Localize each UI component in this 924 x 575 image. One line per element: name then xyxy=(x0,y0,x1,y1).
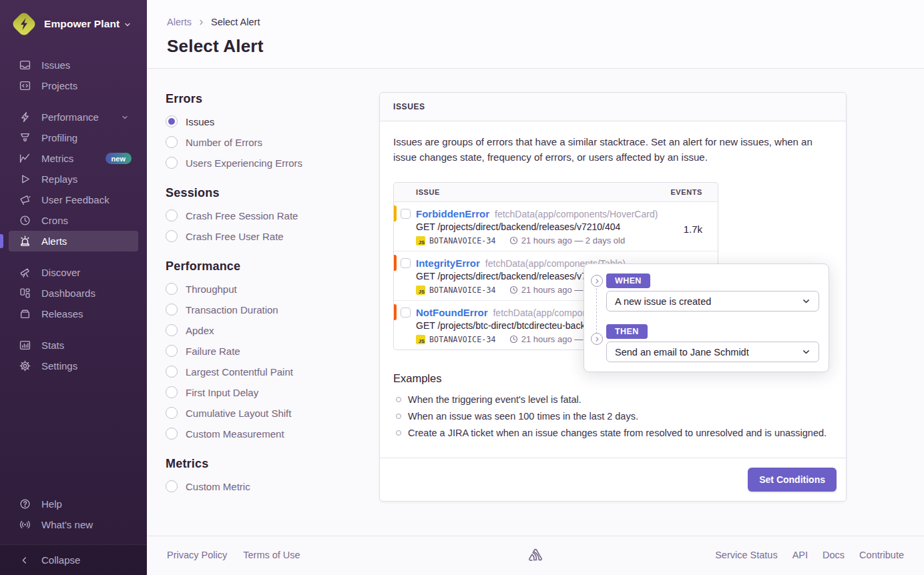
sidebar-item-label: Stats xyxy=(41,340,64,351)
radio-apdex[interactable]: Apdex xyxy=(166,324,379,336)
row-checkbox[interactable] xyxy=(401,209,411,219)
breadcrumb: Alerts Select Alert xyxy=(167,17,904,27)
radio-button[interactable] xyxy=(166,480,178,492)
radio-button[interactable] xyxy=(166,136,178,148)
sidebar-item-dashboards[interactable]: Dashboards xyxy=(9,283,138,304)
contribute-link[interactable]: Contribute xyxy=(859,550,904,560)
chevron-left-icon xyxy=(19,554,31,566)
example-item: When the triggering event's level is fat… xyxy=(393,394,833,405)
sidebar-item-discover[interactable]: Discover xyxy=(9,262,138,283)
page-title: Select Alert xyxy=(167,36,904,57)
radio-cumulative-layout-shift[interactable]: Cumulative Layout Shift xyxy=(166,407,379,419)
radio-failure-rate[interactable]: Failure Rate xyxy=(166,345,379,357)
whats-new-icon xyxy=(19,519,31,531)
radio-largest-contentful-paint[interactable]: Largest Contentful Paint xyxy=(166,366,379,378)
step-chevron-icon xyxy=(591,275,603,287)
replays-icon xyxy=(19,173,31,185)
issue-title-link[interactable]: IntegrityError xyxy=(416,257,480,269)
sidebar-item-label: Metrics xyxy=(41,153,73,164)
step-connector xyxy=(596,288,597,334)
sidebar-item-settings[interactable]: Settings xyxy=(9,356,138,376)
radio-button[interactable] xyxy=(166,345,178,357)
sidebar-item-crons[interactable]: Crons xyxy=(9,210,138,231)
sidebar-item-label: Issues xyxy=(41,59,70,71)
table-row: ForbiddenError fetchData(app/components/… xyxy=(394,202,718,251)
radio-button[interactable] xyxy=(166,407,178,419)
radio-users-experiencing-errors[interactable]: Users Experiencing Errors xyxy=(166,157,379,169)
radio-custom-metric[interactable]: Custom Metric xyxy=(166,480,379,492)
service-status-link[interactable]: Service Status xyxy=(715,550,778,560)
chevron-down-icon xyxy=(802,348,811,356)
radio-number-of-errors[interactable]: Number of Errors xyxy=(166,136,379,148)
sidebar-item-label: Crons xyxy=(41,215,68,226)
javascript-platform-icon: JS xyxy=(416,335,425,344)
sidebar-item-alerts[interactable]: Alerts xyxy=(9,231,138,251)
issue-title-link[interactable]: ForbiddenError xyxy=(416,208,489,219)
sidebar-item-stats[interactable]: Stats xyxy=(9,335,138,356)
sidebar-item-performance[interactable]: Performance xyxy=(9,107,138,127)
sidebar-item-metrics[interactable]: Metrics new xyxy=(9,148,138,169)
level-indicator xyxy=(394,304,397,320)
sidebar-collapse-button[interactable]: Collapse xyxy=(9,550,138,570)
breadcrumb-alerts-link[interactable]: Alerts xyxy=(167,17,192,27)
radio-button[interactable] xyxy=(166,324,178,336)
radio-button[interactable] xyxy=(166,366,178,378)
radio-custom-measurement[interactable]: Custom Measurement xyxy=(166,428,379,440)
docs-link[interactable]: Docs xyxy=(823,550,845,560)
radio-button[interactable] xyxy=(166,157,178,169)
issue-title-link[interactable]: NotFoundError xyxy=(416,307,487,318)
sidebar-item-user-feedback[interactable]: User Feedback xyxy=(9,189,138,210)
sidebar-item-help[interactable]: Help xyxy=(9,494,138,514)
radio-transaction-duration[interactable]: Transaction Duration xyxy=(166,304,379,316)
sidebar-item-issues[interactable]: Issues xyxy=(9,55,138,75)
javascript-platform-icon: JS xyxy=(416,285,425,295)
chevron-down-icon xyxy=(124,21,132,29)
issue-culprit: fetchData(app/components/HoverCard) xyxy=(495,209,658,219)
panel-header: ISSUES xyxy=(380,93,846,121)
set-conditions-button[interactable]: Set Conditions xyxy=(748,468,837,492)
sidebar-item-label: Help xyxy=(41,498,62,510)
panel-description: Issues are groups of errors that have a … xyxy=(393,135,833,165)
radio-crash-free-session-rate[interactable]: Crash Free Session Rate xyxy=(166,209,379,221)
alert-type-list: Errors Issues Number of Errors Users Exp… xyxy=(166,92,379,536)
radio-button[interactable] xyxy=(166,230,178,242)
api-link[interactable]: API xyxy=(792,550,808,560)
issues-icon xyxy=(19,59,31,71)
chevron-down-icon xyxy=(802,297,811,306)
crons-icon xyxy=(19,215,31,227)
sidebar-item-whats-new[interactable]: What's new xyxy=(9,514,138,535)
sidebar-item-profiling[interactable]: Profiling xyxy=(9,127,138,148)
conditions-popup: WHEN A new issue is created THEN Send an… xyxy=(584,263,829,372)
radio-button[interactable] xyxy=(166,209,178,221)
sidebar-item-projects[interactable]: Projects xyxy=(9,75,138,96)
group-heading-metrics: Metrics xyxy=(166,457,379,471)
radio-issues[interactable]: Issues xyxy=(166,115,379,127)
row-checkbox[interactable] xyxy=(401,308,411,318)
chevron-right-icon xyxy=(198,19,205,26)
sidebar-item-label: Profiling xyxy=(41,132,77,143)
row-checkbox[interactable] xyxy=(401,258,411,268)
radio-crash-free-user-rate[interactable]: Crash Free User Rate xyxy=(166,230,379,242)
radio-button[interactable] xyxy=(166,304,178,316)
radio-first-input-delay[interactable]: First Input Delay xyxy=(166,386,379,398)
org-switcher[interactable]: Empower Plant xyxy=(0,0,147,37)
group-heading-sessions: Sessions xyxy=(166,186,379,200)
sidebar-item-label: Dashboards xyxy=(41,288,95,299)
then-action-select[interactable]: Send an email to Jane Schmidt xyxy=(606,342,819,362)
sidebar-item-releases[interactable]: Releases xyxy=(9,304,138,324)
terms-of-use-link[interactable]: Terms of Use xyxy=(243,550,300,560)
radio-button[interactable] xyxy=(166,283,178,295)
events-count: 1.7k xyxy=(684,223,702,235)
radio-button[interactable] xyxy=(166,115,178,127)
when-condition-select[interactable]: A new issue is created xyxy=(606,291,819,312)
sidebar-item-label: Replays xyxy=(41,173,77,185)
privacy-policy-link[interactable]: Privacy Policy xyxy=(167,550,227,560)
user-feedback-icon xyxy=(19,194,31,206)
radio-button[interactable] xyxy=(166,386,178,398)
sidebar-item-replays[interactable]: Replays xyxy=(9,169,138,189)
alerts-icon xyxy=(19,235,31,247)
clock-icon xyxy=(509,335,518,344)
radio-button[interactable] xyxy=(166,428,178,440)
dashboards-icon xyxy=(19,288,31,300)
radio-throughput[interactable]: Throughput xyxy=(166,283,379,295)
